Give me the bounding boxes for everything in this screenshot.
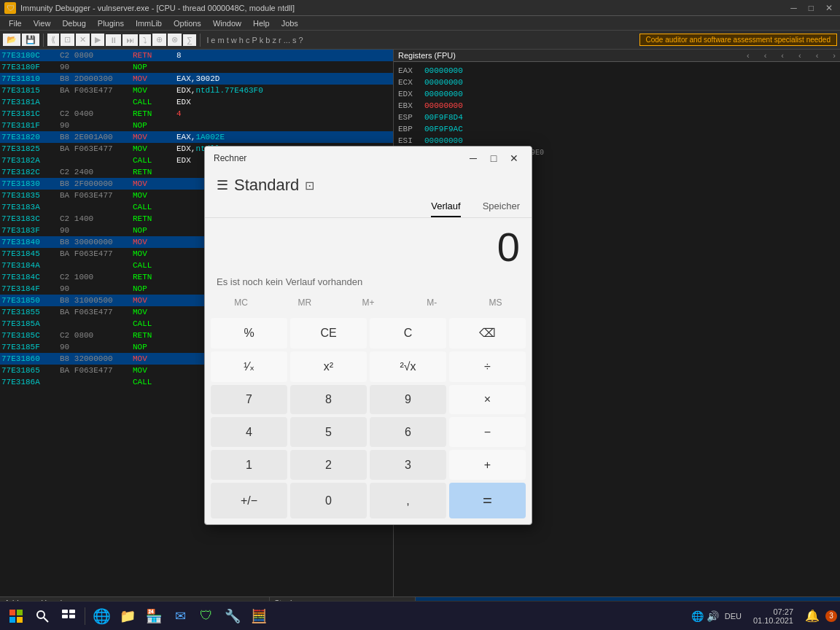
tb-run[interactable]: ✕ <box>76 34 90 46</box>
language-indicator[interactable]: DEU <box>722 612 744 621</box>
nav-left5[interactable]: ‹ <box>816 51 819 60</box>
notification-button[interactable]: 🔔 <box>802 609 822 623</box>
menu-plugins[interactable]: Plugins <box>92 16 130 30</box>
nav-left3[interactable]: ‹ <box>781 51 784 60</box>
calc-display: 0 <box>205 221 532 273</box>
nav-right1[interactable]: › <box>833 51 836 60</box>
menu-view[interactable]: View <box>28 16 57 30</box>
edge-button[interactable]: 🌐 <box>88 604 114 628</box>
calc-close-button[interactable]: ✕ <box>505 149 523 167</box>
calc-key-3[interactable]: ⌫ <box>449 318 526 349</box>
tb-step-over[interactable]: ⤵ <box>139 34 151 46</box>
taskbar: 🌐 📁 🏪 ✉ 🛡 🔧 🧮 🌐 🔊 DEU 07:27 01.10.2021 🔔… <box>0 601 840 630</box>
calc-hamburger-icon[interactable]: ☰ <box>217 177 228 193</box>
tab-verlauf[interactable]: Verlauf <box>431 198 460 217</box>
register-row: EDX00000000 <box>398 88 836 100</box>
asm-row[interactable]: 77E3180CC2 0800RETN8 <box>0 50 393 61</box>
menu-help[interactable]: Help <box>247 16 276 30</box>
calc-key-8[interactable]: 7 <box>211 385 287 415</box>
window-controls[interactable]: ─ □ ✕ <box>788 3 836 13</box>
tb-pause[interactable]: ▶ <box>91 34 104 46</box>
calc-key-15[interactable]: − <box>449 417 526 447</box>
menu-jobs[interactable]: Jobs <box>276 16 304 30</box>
calc-key-14[interactable]: 6 <box>370 417 446 447</box>
tb-open2[interactable]: ⊡ <box>61 34 74 46</box>
calc-key-4[interactable]: ¹∕ₓ <box>211 351 287 382</box>
calc-key-19[interactable]: + <box>449 450 526 480</box>
maximize-button[interactable]: □ <box>806 3 817 13</box>
asm-row[interactable]: 77E31815BA F063E477MOVEDX,ntdll.77E463F0 <box>0 85 393 96</box>
asm-row[interactable]: 77E31820B8 2E001A00MOVEAX,1A002E <box>0 131 393 143</box>
tab-speicher[interactable]: Speicher <box>483 198 520 217</box>
asm-row[interactable]: 77E3181F90NOP <box>0 120 393 131</box>
calc-key-22[interactable]: , <box>370 483 446 518</box>
tb-open[interactable]: 📂 <box>3 34 20 46</box>
nav-left4[interactable]: ‹ <box>798 51 801 60</box>
tb-log[interactable]: ∑ <box>183 34 196 46</box>
calc-key-23[interactable]: = <box>449 483 526 518</box>
calc-key-21[interactable]: 0 <box>290 483 367 518</box>
calc-key-18[interactable]: 3 <box>370 450 446 480</box>
nav-left1[interactable]: ‹ <box>747 51 750 60</box>
calc-key-16[interactable]: 1 <box>211 450 287 480</box>
search-button[interactable] <box>29 604 55 628</box>
calc-key-10[interactable]: 9 <box>370 385 446 415</box>
calc-key-7[interactable]: ÷ <box>449 351 526 382</box>
calc-key-9[interactable]: 8 <box>290 385 367 415</box>
calc-key-12[interactable]: 4 <box>211 417 287 447</box>
calc-mode-icon[interactable]: ⊡ <box>305 179 314 192</box>
tb-restart[interactable]: ⟪ <box>47 34 59 46</box>
immunity-button[interactable]: 🔧 <box>219 604 246 628</box>
asm-row[interactable]: 77E3181CC2 0400RETN4 <box>0 108 393 120</box>
store-button[interactable]: 🏪 <box>141 604 167 628</box>
close-button[interactable]: ✕ <box>822 3 836 13</box>
calc-mem-m+-button[interactable]: M+ <box>338 293 398 312</box>
taskbar-time[interactable]: 07:27 01.10.2021 <box>747 607 799 625</box>
svg-rect-1 <box>17 610 23 615</box>
calc-key-5[interactable]: x² <box>290 351 367 382</box>
calc-keypad[interactable]: %CEC⌫¹∕ₓx²²√x÷789×456−123++/−0,= <box>205 315 532 524</box>
taskbar-sep <box>85 607 85 625</box>
calc-button[interactable]: 🧮 <box>246 604 272 628</box>
register-row: ESP00F9F8D4 <box>398 112 836 123</box>
mail-button[interactable]: ✉ <box>167 604 193 628</box>
calc-key-13[interactable]: 5 <box>290 417 367 447</box>
minimize-button[interactable]: ─ <box>788 3 800 13</box>
tb-step[interactable]: ⏸ <box>106 34 121 46</box>
calc-key-6[interactable]: ²√x <box>370 351 446 382</box>
tb-step-into[interactable]: ⏭ <box>122 34 138 46</box>
security-button[interactable]: 🛡 <box>193 604 219 628</box>
tb-bp[interactable]: ⊗ <box>168 34 182 46</box>
menu-window[interactable]: Window <box>207 16 247 30</box>
calc-key-0[interactable]: % <box>211 318 287 349</box>
calc-mem-mr-button[interactable]: MR <box>274 293 335 312</box>
calc-mem-mc-button[interactable]: MC <box>211 293 271 312</box>
calc-key-11[interactable]: × <box>449 385 526 415</box>
calc-key-17[interactable]: 2 <box>290 450 367 480</box>
calc-maximize-button[interactable]: □ <box>485 149 502 167</box>
asm-row[interactable]: 77E3181ACALLEDX <box>0 96 393 108</box>
calc-key-2[interactable]: C <box>370 318 446 349</box>
tb-trace[interactable]: ⊕ <box>152 34 166 46</box>
explorer-button[interactable]: 📁 <box>114 604 141 628</box>
calc-titlebar: Rechner ─ □ ✕ <box>205 147 532 170</box>
menu-file[interactable]: File <box>3 16 28 30</box>
calc-window-controls[interactable]: ─ □ ✕ <box>464 149 523 167</box>
menu-options[interactable]: Options <box>168 16 207 30</box>
menu-debug[interactable]: Debug <box>56 16 91 30</box>
registers-title: Registers (FPU) <box>398 51 456 60</box>
menu-immlib[interactable]: ImmLib <box>130 16 168 30</box>
calc-key-1[interactable]: CE <box>290 318 367 349</box>
menu-bar: File View Debug Plugins ImmLib Options W… <box>0 16 840 31</box>
calc-minimize-button[interactable]: ─ <box>464 149 482 167</box>
start-button[interactable] <box>3 604 29 628</box>
asm-row[interactable]: 77E3180F90NOP <box>0 61 393 73</box>
calc-mem-ms-button[interactable]: MS <box>465 293 526 312</box>
calc-key-20[interactable]: +/− <box>211 483 287 518</box>
nav-left2[interactable]: ‹ <box>764 51 767 60</box>
task-view-button[interactable] <box>55 604 82 628</box>
tb-save[interactable]: 💾 <box>22 34 39 46</box>
calc-body: ☰ Standard ⊡ Verlauf Speicher 0 Es ist n… <box>205 170 532 524</box>
calc-mem-m--button[interactable]: M- <box>402 293 462 312</box>
asm-row[interactable]: 77E31810B8 2D000300MOVEAX,3002D <box>0 73 393 85</box>
